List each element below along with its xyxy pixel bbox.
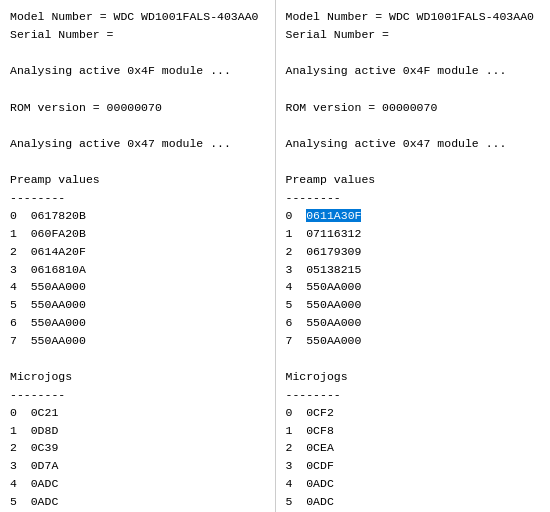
line: ROM version = 00000070	[10, 99, 265, 117]
line: 0 0611A30F	[286, 207, 541, 225]
line: Preamp values	[286, 171, 541, 189]
line	[286, 80, 541, 99]
line: 5 0ADC	[286, 493, 541, 511]
line: 0 0C21	[10, 404, 265, 422]
line: 7 550AA000	[286, 332, 541, 350]
line: 2 0CEA	[286, 439, 541, 457]
line: 2 06179309	[286, 243, 541, 261]
line: 1 0D8D	[10, 422, 265, 440]
line	[10, 80, 265, 99]
line	[286, 116, 541, 135]
line: 0 0617820B	[10, 207, 265, 225]
line: 6 550AA000	[10, 314, 265, 332]
line: 5 0ADC	[10, 493, 265, 511]
line: 3 0616810A	[10, 261, 265, 279]
line: 6 550AA000	[286, 314, 541, 332]
line: 4 0ADC	[10, 475, 265, 493]
line: Analysing active 0x47 module ...	[286, 135, 541, 153]
line: ROM version = 00000070	[286, 99, 541, 117]
line: Analysing active 0x4F module ...	[10, 62, 265, 80]
line: 7 550AA000	[10, 332, 265, 350]
line: 0 0CF2	[286, 404, 541, 422]
line	[286, 153, 541, 172]
panel-right: Model Number = WDC WD1001FALS-403AA0Seri…	[276, 0, 551, 512]
line: 3 05138215	[286, 261, 541, 279]
line	[10, 116, 265, 135]
line: 2 0C39	[10, 439, 265, 457]
line: 4 550AA000	[286, 278, 541, 296]
line: --------	[286, 189, 541, 207]
line: 2 0614A20F	[10, 243, 265, 261]
line	[286, 44, 541, 63]
line: Model Number = WDC WD1001FALS-403AA0	[286, 8, 541, 26]
line: Analysing active 0x4F module ...	[286, 62, 541, 80]
panel-left: Model Number = WDC WD1001FALS-403AA0Seri…	[0, 0, 276, 512]
line: 3 0D7A	[10, 457, 265, 475]
line: --------	[10, 386, 265, 404]
line: Serial Number =	[286, 26, 541, 44]
line: 3 0CDF	[286, 457, 541, 475]
line: Preamp values	[10, 171, 265, 189]
line: Analysing active 0x47 module ...	[10, 135, 265, 153]
line: Model Number = WDC WD1001FALS-403AA0	[10, 8, 265, 26]
line	[286, 350, 541, 369]
line: 4 0ADC	[286, 475, 541, 493]
line: 5 550AA000	[286, 296, 541, 314]
line: Microjogs	[10, 368, 265, 386]
line	[10, 44, 265, 63]
line: --------	[10, 189, 265, 207]
line: 1 060FA20B	[10, 225, 265, 243]
line: 1 0CF8	[286, 422, 541, 440]
line: Serial Number =	[10, 26, 265, 44]
line: 4 550AA000	[10, 278, 265, 296]
line: 1 07116312	[286, 225, 541, 243]
line	[10, 153, 265, 172]
line: 5 550AA000	[10, 296, 265, 314]
main-container: Model Number = WDC WD1001FALS-403AA0Seri…	[0, 0, 550, 512]
line	[10, 350, 265, 369]
line: Microjogs	[286, 368, 541, 386]
line: --------	[286, 386, 541, 404]
